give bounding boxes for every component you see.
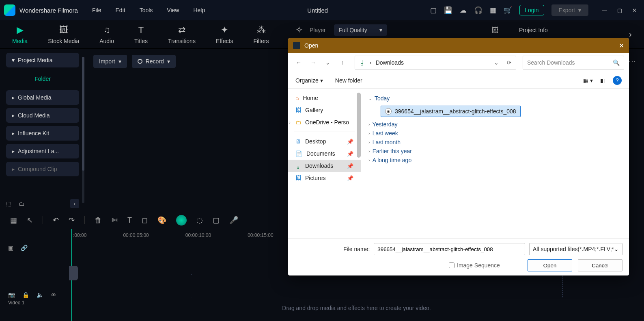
minimize-button[interactable]: —: [602, 7, 607, 13]
device-icon[interactable]: ▢: [430, 6, 437, 15]
import-dropdown[interactable]: Import▾: [93, 55, 127, 68]
sidebar-item-adjustment-layer[interactable]: ▸Adjustment La...: [6, 144, 79, 158]
new-folder-icon[interactable]: 🗀: [19, 200, 24, 207]
link-icon[interactable]: 🔗: [21, 245, 28, 251]
document-title: Untitled: [205, 7, 430, 14]
filetype-dropdown[interactable]: All supported files(*.MP4;*.FLV;*⌄: [529, 243, 622, 255]
sidebar-scrollbar[interactable]: [82, 57, 84, 203]
mic-icon[interactable]: 🎤: [229, 216, 238, 225]
speed-icon[interactable]: ◌: [196, 216, 203, 225]
sidebar-item-influence-kit[interactable]: ▸Influence Kit: [6, 126, 79, 141]
dialog-close-icon[interactable]: ✕: [619, 42, 624, 50]
sidebar-item-compound-clip[interactable]: ▸Compound Clip: [6, 162, 79, 176]
new-bin-icon[interactable]: ⬚: [6, 200, 11, 207]
close-button[interactable]: ✕: [632, 7, 637, 13]
search-input[interactable]: Search Downloads 🔍: [523, 56, 624, 69]
color-icon[interactable]: 🎨: [157, 216, 166, 225]
tab-stock-media[interactable]: 🖼Stock Media: [48, 25, 79, 44]
organize-dropdown[interactable]: Organize▾: [295, 77, 323, 84]
side-gallery[interactable]: 🖼Gallery: [288, 104, 361, 116]
nav-up-icon[interactable]: ↑: [337, 57, 348, 68]
snapshot-icon[interactable]: 🖼: [491, 26, 499, 35]
crop-icon[interactable]: ◻: [142, 216, 148, 225]
preview-pane-icon[interactable]: ◧: [600, 77, 605, 84]
tab-filters[interactable]: ⁂Filters: [253, 25, 269, 44]
help-icon[interactable]: ?: [613, 76, 622, 85]
group-last-week[interactable]: ›Last week: [368, 130, 622, 137]
menu-view[interactable]: View: [167, 7, 179, 13]
tab-audio[interactable]: ♫Audio: [99, 25, 114, 44]
mute-icon[interactable]: 🔈: [37, 292, 43, 298]
collapse-sidebar-icon[interactable]: ‹: [70, 199, 79, 208]
redo-icon[interactable]: ↷: [69, 216, 75, 225]
menu-help[interactable]: Help: [193, 7, 205, 13]
view-mode-icon[interactable]: ▦ ▾: [583, 77, 593, 84]
maximize-button[interactable]: ▢: [617, 7, 622, 13]
filename-input[interactable]: [374, 243, 525, 255]
side-home[interactable]: ⌂Home: [288, 92, 361, 104]
headphones-icon[interactable]: 🎧: [474, 6, 482, 15]
more-icon[interactable]: ⋯: [629, 57, 636, 66]
nav-forward-icon[interactable]: →: [308, 57, 319, 68]
sidebar-header[interactable]: ▾Project Media: [6, 53, 79, 67]
sidebar-folder[interactable]: Folder: [6, 72, 79, 86]
lock-icon[interactable]: 🔒: [22, 292, 29, 298]
timeline-clip-stub[interactable]: [69, 266, 78, 280]
side-downloads[interactable]: ⭳Downloads📌: [288, 160, 361, 172]
save-icon[interactable]: 💾: [444, 6, 452, 15]
address-bar[interactable]: ⭳ › Downloads ⌄ ⟳: [355, 56, 516, 69]
tab-effects[interactable]: ✦Effects: [216, 25, 233, 44]
menu-edit[interactable]: Edit: [116, 7, 125, 13]
camera-icon[interactable]: 📷: [8, 292, 15, 298]
player-label: Player: [310, 27, 326, 33]
side-desktop[interactable]: 🖥Desktop📌: [288, 135, 361, 147]
group-earlier-this-year[interactable]: ›Earlier this year: [368, 148, 622, 154]
layout-icon[interactable]: ▦: [10, 216, 17, 225]
group-yesterday[interactable]: ›Yesterday: [368, 121, 622, 128]
crumb-chevron-icon[interactable]: ⌄: [494, 59, 499, 66]
title-right: ▢ 💾 ☁ 🎧 ▦ 🛒 Login Export▾ — ▢ ✕: [430, 4, 637, 16]
marker-icon[interactable]: ▢: [213, 216, 220, 225]
timeline-dropzone[interactable]: [191, 274, 563, 298]
sidebar-item-cloud-media[interactable]: ▸Cloud Media: [6, 108, 79, 123]
sidebar-item-global-media[interactable]: ▸Global Media: [6, 90, 79, 105]
login-button[interactable]: Login: [519, 5, 544, 15]
delete-icon[interactable]: 🗑: [95, 216, 102, 225]
text-icon[interactable]: T: [127, 216, 132, 225]
cut-icon[interactable]: ✄: [112, 216, 118, 225]
eye-icon[interactable]: 👁: [51, 292, 56, 298]
nav-recent-icon[interactable]: ⌄: [322, 57, 334, 68]
group-today[interactable]: ⌄Today: [368, 95, 622, 102]
group-long-time-ago[interactable]: ›A long time ago: [368, 157, 622, 163]
side-documents[interactable]: 📄Documents📌: [288, 147, 361, 160]
file-item[interactable]: ◉396654__jalastram__abstract-glitch-effe…: [381, 106, 521, 117]
tab-media[interactable]: ▶Media: [12, 25, 28, 44]
select-tool-icon[interactable]: ↖: [27, 216, 33, 225]
menu-file[interactable]: File: [92, 7, 101, 13]
image-sequence-checkbox[interactable]: Image Sequence: [449, 262, 500, 269]
search-icon: 🔍: [613, 59, 620, 66]
side-pictures[interactable]: 🖼Pictures📌: [288, 172, 361, 184]
ai-icon[interactable]: [176, 215, 187, 226]
cart-icon[interactable]: 🛒: [504, 6, 512, 15]
new-folder-button[interactable]: New folder: [335, 77, 362, 84]
side-onedrive[interactable]: ›🗀OneDrive - Perso: [288, 116, 361, 128]
undo-icon[interactable]: ↶: [53, 216, 59, 225]
cancel-button[interactable]: Cancel: [578, 259, 622, 271]
menu-tools[interactable]: Tools: [140, 7, 153, 13]
apps-icon[interactable]: ▦: [490, 6, 496, 15]
group-last-month[interactable]: ›Last month: [368, 139, 622, 145]
tab-titles[interactable]: TTitles: [134, 25, 148, 44]
open-button[interactable]: Open: [528, 259, 572, 271]
refresh-icon[interactable]: ⟳: [507, 59, 512, 66]
cloud-icon[interactable]: ☁: [460, 6, 467, 15]
quality-dropdown[interactable]: Full Quality▾: [334, 24, 387, 36]
track-options-icon[interactable]: ▣: [8, 245, 13, 251]
nav-back-icon[interactable]: ←: [293, 57, 304, 68]
export-button[interactable]: Export▾: [551, 4, 588, 16]
tab-transitions[interactable]: ⇄Transitions: [168, 25, 196, 44]
timeline-hint: Drag and drop media and effects here to …: [69, 305, 644, 311]
downloads-crumb-icon: ⭳: [359, 59, 366, 66]
record-dropdown[interactable]: Record▾: [132, 55, 176, 68]
filename-label: File name:: [343, 246, 370, 252]
